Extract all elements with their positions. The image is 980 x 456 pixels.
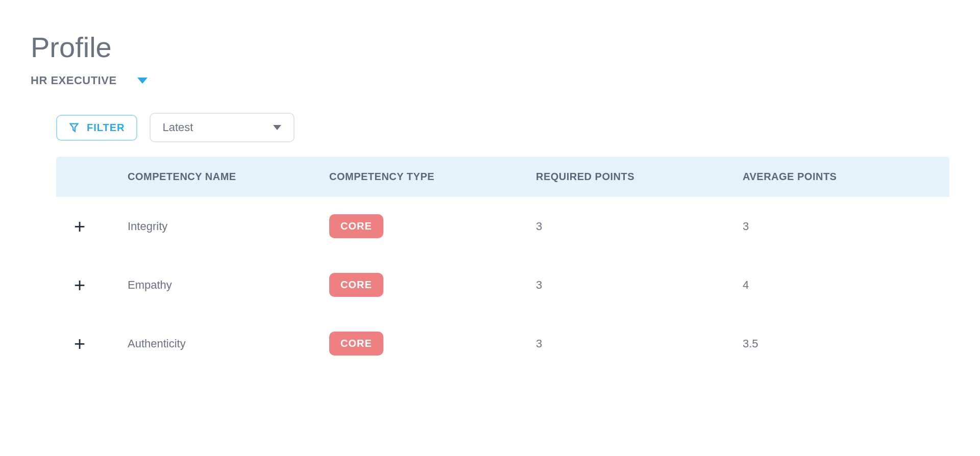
average-points: 3.5 [743,337,949,350]
sort-select[interactable]: Latest [150,113,295,142]
role-select-label: HR EXECUTIVE [31,74,117,87]
competency-type-badge: CORE [329,332,383,356]
caret-down-icon [137,78,148,84]
filter-button[interactable]: FILTER [56,115,137,141]
required-points: 3 [536,337,743,350]
page-title: Profile [31,31,949,64]
sort-select-label: Latest [163,121,193,134]
table-row: + Empathy CORE 3 4 [56,256,949,314]
table-row: + Authenticity CORE 3 3.5 [56,314,949,373]
table-row: + Integrity CORE 3 3 [56,197,949,256]
average-points: 4 [743,278,949,292]
average-points: 3 [743,220,949,233]
competency-name: Authenticity [122,337,329,350]
column-header-average: AVERAGE POINTS [743,171,949,183]
plus-icon: + [74,334,85,353]
column-header-required: REQUIRED POINTS [536,171,743,183]
column-header-expand [56,171,122,183]
competency-name: Integrity [122,220,329,233]
required-points: 3 [536,278,743,292]
competency-name: Empathy [122,278,329,292]
column-header-type: COMPETENCY TYPE [329,171,536,183]
expand-row-button[interactable]: + [70,217,89,236]
expand-row-button[interactable]: + [70,276,89,294]
competency-type-badge: CORE [329,214,383,238]
competency-table: COMPETENCY NAME COMPETENCY TYPE REQUIRED… [56,157,949,373]
expand-row-button[interactable]: + [70,335,89,353]
role-select[interactable]: HR EXECUTIVE [31,74,148,87]
filter-button-label: FILTER [87,122,125,134]
plus-icon: + [74,275,85,295]
required-points: 3 [536,220,743,233]
column-header-name: COMPETENCY NAME [122,171,329,183]
plus-icon: + [74,217,85,236]
content-area: FILTER Latest COMPETENCY NAME COMPETENCY… [56,113,949,373]
caret-down-icon [273,125,281,130]
competency-type-badge: CORE [329,273,383,297]
filter-icon [68,122,80,133]
table-header: COMPETENCY NAME COMPETENCY TYPE REQUIRED… [56,157,949,197]
toolbar: FILTER Latest [56,113,949,142]
